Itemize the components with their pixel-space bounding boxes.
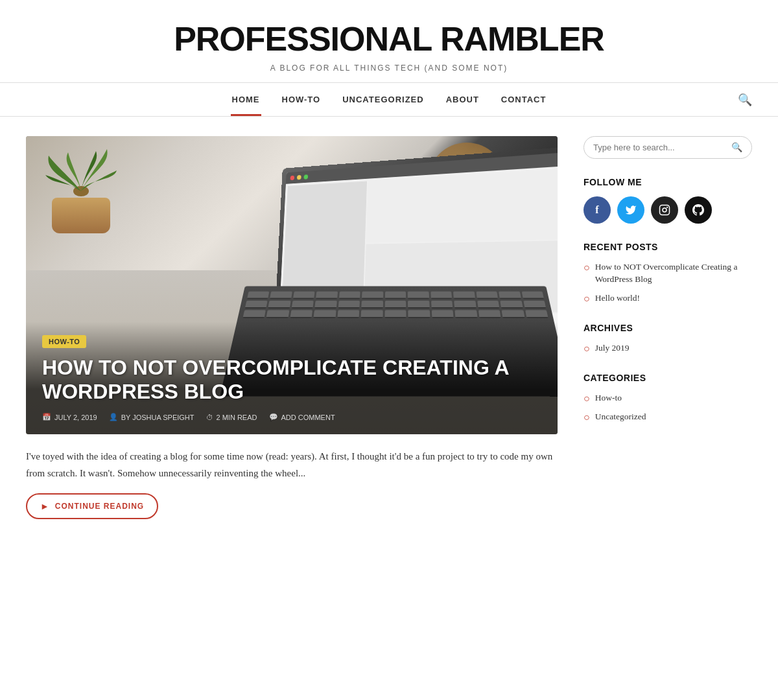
btn-arrow-icon: ► bbox=[40, 501, 50, 511]
list-item: ○ July 2019 bbox=[584, 342, 752, 355]
main-content: HOW-TO HOW TO NOT OVERCOMPLICATE CREATIN… bbox=[26, 136, 558, 519]
archives-title: ARCHIVES bbox=[584, 323, 752, 333]
sidebar-categories: CATEGORIES ○ How-to ○ Uncategorized bbox=[584, 373, 752, 423]
calendar-icon: 📅 bbox=[42, 413, 51, 421]
search-input[interactable] bbox=[593, 143, 731, 152]
categories-title: CATEGORIES bbox=[584, 373, 752, 383]
facebook-icon[interactable]: f bbox=[584, 196, 611, 224]
search-icon[interactable]: 🔍 bbox=[731, 142, 742, 153]
nav-wrapper: HOME HOW-TO UNCATEGORIZED ABOUT CONTACT … bbox=[0, 82, 778, 117]
sidebar: 🔍 FOLLOW ME f RECENT POSTS bbox=[584, 136, 752, 519]
post-excerpt: I've toyed with the idea of creating a b… bbox=[26, 434, 558, 493]
sidebar-search-box[interactable]: 🔍 bbox=[584, 136, 752, 159]
main-nav: HOME HOW-TO UNCATEGORIZED ABOUT CONTACT bbox=[231, 83, 548, 116]
svg-rect-1 bbox=[660, 205, 670, 215]
svg-point-2 bbox=[663, 208, 666, 212]
list-bullet-icon: ○ bbox=[584, 411, 590, 423]
list-bullet-icon: ○ bbox=[584, 261, 590, 274]
nav-item-howto[interactable]: HOW-TO bbox=[281, 83, 322, 116]
list-bullet-icon: ○ bbox=[584, 342, 590, 355]
social-icons-group: f bbox=[584, 196, 752, 224]
featured-post-image: HOW-TO HOW TO NOT OVERCOMPLICATE CREATIN… bbox=[26, 136, 558, 434]
github-icon[interactable] bbox=[685, 196, 712, 224]
post-category-badge[interactable]: HOW-TO bbox=[42, 335, 86, 348]
list-item: ○ How-to bbox=[584, 392, 752, 404]
sidebar-follow-section: FOLLOW ME f bbox=[584, 177, 752, 224]
nav-item-home[interactable]: HOME bbox=[231, 83, 261, 116]
post-read-time: ⏱ 2 MIN READ bbox=[206, 414, 257, 421]
nav-item-about[interactable]: ABOUT bbox=[445, 83, 480, 116]
post-author: 👤 BY JOSHUA SPEIGHT bbox=[109, 413, 194, 421]
post-date: 📅 JULY 2, 2019 bbox=[42, 413, 97, 421]
post-meta: 📅 JULY 2, 2019 👤 BY JOSHUA SPEIGHT ⏱ 2 M… bbox=[42, 413, 541, 421]
category-link-2[interactable]: Uncategorized bbox=[595, 411, 646, 423]
image-overlay: HOW-TO HOW TO NOT OVERCOMPLICATE CREATIN… bbox=[26, 322, 558, 434]
recent-posts-title: RECENT POSTS bbox=[584, 242, 752, 252]
site-title: PROFESSIONAL RAMBLER bbox=[13, 19, 765, 58]
categories-list: ○ How-to ○ Uncategorized bbox=[584, 392, 752, 423]
archives-list: ○ July 2019 bbox=[584, 342, 752, 355]
list-item: ○ How to NOT Overcomplicate Creating a W… bbox=[584, 261, 752, 286]
continue-reading-button[interactable]: ► CONTINUE READING bbox=[26, 493, 158, 519]
nav-item-uncategorized[interactable]: UNCATEGORIZED bbox=[341, 83, 425, 116]
recent-post-link-2[interactable]: Hello world! bbox=[595, 292, 640, 305]
list-item: ○ Hello world! bbox=[584, 292, 752, 305]
nav-search-icon[interactable]: 🔍 bbox=[738, 93, 752, 107]
sidebar-recent-posts: RECENT POSTS ○ How to NOT Overcomplicate… bbox=[584, 242, 752, 305]
svg-point-3 bbox=[666, 207, 668, 208]
comment-icon: 💬 bbox=[269, 413, 278, 421]
post-title-overlay: HOW TO NOT OVERCOMPLICATE CREATING A WOR… bbox=[42, 356, 541, 404]
list-item: ○ Uncategorized bbox=[584, 411, 752, 423]
recent-post-link-1[interactable]: How to NOT Overcomplicate Creating a Wor… bbox=[595, 261, 752, 286]
site-tagline: A BLOG FOR ALL THINGS TECH (AND SOME NOT… bbox=[13, 64, 765, 73]
clock-icon: ⏱ bbox=[206, 414, 213, 421]
category-link-1[interactable]: How-to bbox=[595, 392, 622, 404]
list-bullet-icon: ○ bbox=[584, 392, 590, 404]
plant bbox=[39, 149, 123, 233]
follow-me-title: FOLLOW ME bbox=[584, 177, 752, 187]
twitter-icon[interactable] bbox=[617, 196, 644, 224]
instagram-icon[interactable] bbox=[651, 196, 678, 224]
plant-leaves bbox=[39, 146, 123, 204]
author-icon: 👤 bbox=[109, 413, 118, 421]
site-header: PROFESSIONAL RAMBLER A BLOG FOR ALL THIN… bbox=[0, 0, 778, 82]
post-comment[interactable]: 💬 ADD COMMENT bbox=[269, 413, 335, 421]
main-layout: HOW-TO HOW TO NOT OVERCOMPLICATE CREATIN… bbox=[13, 136, 765, 519]
recent-posts-list: ○ How to NOT Overcomplicate Creating a W… bbox=[584, 261, 752, 305]
plant-pot bbox=[52, 198, 110, 233]
sidebar-archives: ARCHIVES ○ July 2019 bbox=[584, 323, 752, 355]
list-bullet-icon: ○ bbox=[584, 292, 590, 305]
archive-link-1[interactable]: July 2019 bbox=[595, 342, 630, 355]
nav-item-contact[interactable]: CONTACT bbox=[500, 83, 548, 116]
